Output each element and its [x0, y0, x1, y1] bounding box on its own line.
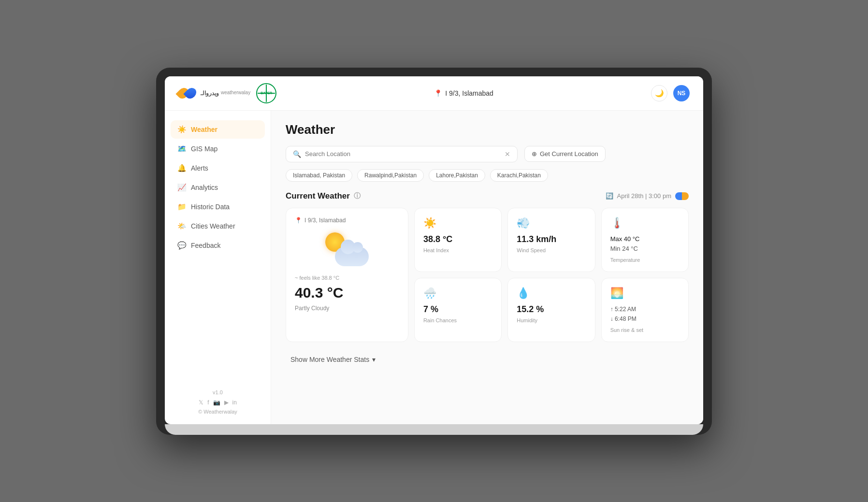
analytics-icon: 📈	[177, 183, 186, 192]
header-location-text: I 9/3, Islamabad	[445, 89, 493, 97]
historic-icon: 📁	[177, 202, 186, 211]
location-chip-1[interactable]: Rawalpindi,Pakistan	[357, 169, 424, 182]
get-location-label: Get Current Location	[540, 150, 598, 158]
sun-stat-icon: ☀️	[423, 217, 492, 229]
sun-label: Sun rise & set	[610, 327, 680, 333]
info-icon[interactable]: ⓘ	[354, 192, 361, 201]
feedback-icon: 💬	[177, 241, 186, 250]
humidity-value: 15.2 %	[517, 304, 586, 315]
humidity-stat-icon: 💧	[517, 287, 586, 300]
copyright-text: © Weatherwalay	[171, 409, 265, 415]
youtube-icon[interactable]: ▶	[224, 399, 229, 406]
wind-speed-value: 11.3 km/h	[517, 234, 586, 244]
instagram-icon[interactable]: 📷	[213, 399, 220, 406]
bayer-logo: BAYER	[256, 83, 276, 103]
header: ويدروالـ weatherwalay BAYER 📍 I 9/3, Isl…	[165, 76, 703, 111]
feels-like-text: ~ feels like 38.8 °C	[295, 275, 339, 281]
location-chip-0[interactable]: Islamabad, Pakistan	[286, 169, 352, 182]
wind-speed-card: 💨 11.3 km/h Wind Speed	[507, 208, 595, 273]
wind-stat-icon: 💨	[517, 217, 586, 229]
sidebar: ☀️ Weather 🗺️ GIS Map 🔔 Alerts 📈	[165, 111, 271, 424]
temp-minmax: Max 40 °C Min 24 °C	[610, 234, 680, 255]
card-location-text: I 9/3, Islamabad	[304, 217, 346, 224]
section-header: Current Weather ⓘ 🔄 April 28th | 3:00 pm	[286, 191, 689, 201]
humidity-label: Humidity	[517, 317, 586, 323]
heat-index-value: 38.8 °C	[423, 234, 492, 244]
sidebar-label-analytics: Analytics	[191, 184, 218, 191]
location-pin-icon: 📍	[434, 89, 442, 97]
heat-index-card: ☀️ 38.8 °C Heat Index	[414, 208, 502, 273]
main-temperature: 40.3 °C	[295, 285, 343, 301]
rain-stat-icon: 🌧️	[423, 287, 492, 300]
theme-toggle-button[interactable]: 🌙	[651, 85, 667, 101]
temperature-label: Temperature	[610, 257, 680, 263]
main-layout: ☀️ Weather 🗺️ GIS Map 🔔 Alerts 📈	[165, 111, 703, 424]
card-location: 📍 I 9/3, Islamabad	[295, 217, 346, 224]
refresh-icon: 🔄	[606, 192, 613, 200]
sidebar-item-analytics[interactable]: 📈 Analytics	[171, 178, 265, 197]
date-time-text: April 28th | 3:00 pm	[617, 192, 672, 200]
sunrise-stat-icon: 🌅	[610, 287, 680, 300]
alerts-icon: 🔔	[177, 164, 186, 172]
twitter-icon[interactable]: 𝕏	[199, 399, 203, 406]
sidebar-item-historic-data[interactable]: 📁 Historic Data	[171, 198, 265, 216]
section-title: Current Weather ⓘ	[286, 191, 361, 201]
get-location-button[interactable]: ⊕ Get Current Location	[524, 146, 606, 162]
sidebar-label-gis-map: GIS Map	[191, 145, 217, 153]
laptop-base	[165, 424, 703, 435]
clear-search-icon[interactable]: ✕	[505, 150, 510, 158]
header-actions: 🌙 NS	[651, 85, 690, 101]
sidebar-item-alerts[interactable]: 🔔 Alerts	[171, 159, 265, 177]
sidebar-item-gis-map[interactable]: 🗺️ GIS Map	[171, 140, 265, 158]
temperature-card: 🌡️ Max 40 °C Min 24 °C Temperature	[601, 208, 689, 273]
pin-icon: 📍	[295, 217, 302, 224]
linkedin-icon[interactable]: in	[232, 399, 237, 406]
location-chip-2[interactable]: Lahore,Pakistan	[429, 169, 485, 182]
temp-min: Min 24 °C	[610, 244, 680, 254]
location-chip-3[interactable]: Karachi,Pakistan	[490, 169, 548, 182]
app-logo: ويدروالـ weatherwalay	[178, 87, 250, 99]
sunrise-time: ↑ 5:22 AM	[610, 304, 680, 314]
sidebar-footer: v1.0 𝕏 f 📷 ▶ in © Weatherwalay	[165, 389, 271, 415]
sidebar-item-feedback[interactable]: 💬 Feedback	[171, 236, 265, 255]
sidebar-label-historic-data: Historic Data	[191, 203, 230, 211]
logo-area: ويدروالـ weatherwalay BAYER	[178, 83, 276, 103]
partly-cloudy-graphic	[325, 232, 369, 266]
page-title: Weather	[286, 122, 689, 137]
location-arrow-icon: ⊕	[532, 150, 537, 158]
version-label: v1.0	[171, 389, 265, 395]
map-icon: 🗺️	[177, 144, 186, 153]
rain-chances-value: 7 %	[423, 304, 492, 315]
moon-icon: 🌙	[655, 89, 664, 98]
rain-chances-label: Rain Chances	[423, 317, 492, 323]
show-more-label: Show More Weather Stats	[290, 356, 369, 363]
header-location: 📍 I 9/3, Islamabad	[434, 89, 493, 97]
rain-chances-card: 🌧️ 7 % Rain Chances	[414, 278, 502, 342]
weather-condition: Partly Cloudy	[295, 305, 329, 312]
sidebar-item-weather[interactable]: ☀️ Weather	[171, 120, 265, 139]
chevron-down-icon: ▾	[372, 356, 376, 363]
thermometer-icon: 🌡️	[610, 217, 680, 229]
sunset-time: ↓ 6:48 PM	[610, 314, 680, 324]
toggle-icon[interactable]	[675, 192, 689, 200]
user-avatar[interactable]: NS	[673, 85, 690, 101]
sidebar-item-cities-weather[interactable]: 🌤️ Cities Weather	[171, 217, 265, 235]
social-links: 𝕏 f 📷 ▶ in	[171, 399, 265, 406]
section-date: 🔄 April 28th | 3:00 pm	[606, 192, 689, 200]
search-box: 🔍 ✕	[286, 146, 518, 162]
search-input[interactable]	[305, 150, 501, 158]
content-area: Weather 🔍 ✕ ⊕ Get Current Location	[271, 111, 703, 424]
temp-max: Max 40 °C	[610, 234, 680, 244]
sidebar-label-weather: Weather	[191, 126, 217, 133]
show-more-button[interactable]: Show More Weather Stats ▾	[286, 351, 380, 368]
sidebar-nav: ☀️ Weather 🗺️ GIS Map 🔔 Alerts 📈	[165, 120, 271, 255]
sidebar-label-cities-weather: Cities Weather	[191, 222, 235, 230]
weather-icon: ☀️	[177, 125, 186, 134]
facebook-icon[interactable]: f	[207, 399, 209, 406]
weather-grid: 📍 I 9/3, Islamabad ~ feels like 38.8 °C	[286, 208, 689, 342]
section-title-text: Current Weather	[286, 191, 350, 201]
cities-icon: 🌤️	[177, 222, 186, 230]
sunrise-card: 🌅 ↑ 5:22 AM ↓ 6:48 PM Sun rise & set	[601, 278, 689, 342]
search-icon: 🔍	[293, 150, 301, 158]
search-row: 🔍 ✕ ⊕ Get Current Location	[286, 146, 689, 162]
